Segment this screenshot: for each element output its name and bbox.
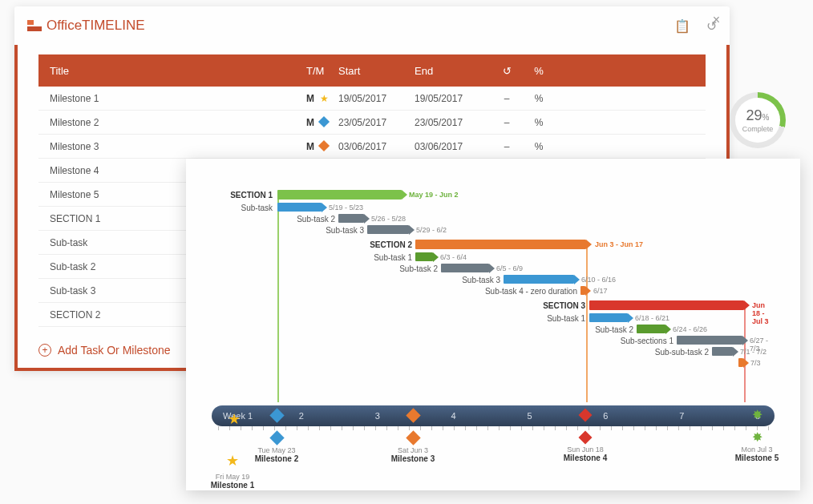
logo-text-b: TIMELINE xyxy=(82,18,144,33)
sec3-t2-bar[interactable] xyxy=(637,325,665,333)
sec1-t1-dates: 5/19 - 5/23 xyxy=(329,204,363,212)
axis-milestone-icon: ★ xyxy=(228,410,241,428)
table-row[interactable]: Milestone 1M ★19/05/201719/05/2017–% xyxy=(38,87,706,111)
section2-vline xyxy=(586,244,588,402)
section3-label: SECTION 3 xyxy=(543,301,585,310)
timeline-minor-ticks xyxy=(212,426,775,433)
plus-icon: + xyxy=(38,344,51,357)
sec2-t1-dates: 6/3 - 6/4 xyxy=(440,253,467,261)
section3-range: Jun 18 - Jul 3 xyxy=(752,301,775,325)
sec2-t3-label: Sub-task 3 xyxy=(462,276,500,284)
sec3-t3-label: Sub-sections 1 xyxy=(621,337,673,345)
close-icon[interactable]: × xyxy=(713,13,720,27)
milestone-marker[interactable]: ✸Mon Jul 3Milestone 5 xyxy=(721,433,793,462)
sec3-t4-dates: 7/1 - 7/2 xyxy=(740,348,766,356)
axis-milestone-icon: ✸ xyxy=(752,410,762,420)
section3-bar[interactable] xyxy=(589,300,744,310)
sec2-t4-bar[interactable] xyxy=(580,286,585,295)
section2-range: Jun 3 - Jun 17 xyxy=(595,240,643,248)
sec2-t2-label: Sub-task 2 xyxy=(399,264,438,273)
sec1-t2-dates: 5/26 - 5/28 xyxy=(371,215,406,223)
sec2-t4-label: Sub-task 4 - zero duration xyxy=(485,287,577,296)
section1-label: SECTION 1 xyxy=(230,191,273,200)
progress-label: Complete xyxy=(742,125,774,133)
sec3-t3-bar[interactable] xyxy=(677,336,742,345)
sec2-t1-label: Sub-task 1 xyxy=(374,253,412,262)
add-task-button[interactable]: + Add Task Or Milestone xyxy=(38,344,171,357)
sec3-t5-dates: 7/3 xyxy=(750,359,761,367)
sec1-t3-bar[interactable] xyxy=(367,225,409,234)
section2-bar[interactable] xyxy=(415,240,586,249)
sec1-t3-label: Sub-task 3 xyxy=(326,226,364,235)
milestone-row: ★Fri May 19Milestone 1Tue May 23Mileston… xyxy=(212,433,775,481)
section1-bar[interactable] xyxy=(277,190,402,200)
sec2-t4-dates: 6/17 xyxy=(593,287,608,295)
sec3-t2-dates: 6/24 - 6/26 xyxy=(673,325,707,333)
timeline-axis: Week 12345678★✸ xyxy=(212,405,775,426)
sec1-t3-dates: 5/29 - 6/2 xyxy=(416,226,447,234)
add-task-label: Add Task Or Milestone xyxy=(58,344,171,357)
col-elapsed: ↺ xyxy=(491,65,523,77)
progress-pct: % xyxy=(762,113,770,122)
sec1-t1-bar[interactable] xyxy=(277,203,322,212)
clipboard-icon[interactable]: 📋 xyxy=(674,18,690,34)
sec2-t3-dates: 6/10 - 6/16 xyxy=(581,276,616,284)
section1-range: May 19 - Jun 2 xyxy=(409,191,459,199)
col-end: End xyxy=(415,65,491,77)
axis-milestone-icon xyxy=(406,408,420,422)
section1-vline xyxy=(277,194,279,402)
sec3-t1-dates: 6/18 - 6/21 xyxy=(635,314,669,322)
milestone-marker[interactable]: Tue May 23Milestone 2 xyxy=(241,433,313,463)
sec3-t4-bar[interactable] xyxy=(712,347,733,356)
sec3-t1-bar[interactable] xyxy=(589,313,628,322)
col-pct: % xyxy=(523,65,555,77)
sec3-t1-label: Sub-task 1 xyxy=(547,314,585,323)
table-row[interactable]: Milestone 2M 23/05/201723/05/2017–% xyxy=(38,111,706,135)
gantt-area: SECTION 1 May 19 - Jun 2 Sub-task 5/19 -… xyxy=(212,179,775,402)
milestone-marker[interactable]: Sun Jun 18Milestone 4 xyxy=(549,433,621,462)
sec2-t3-bar[interactable] xyxy=(504,275,574,284)
gantt-chart-panel: SECTION 1 May 19 - Jun 2 Sub-task 5/19 -… xyxy=(186,159,800,490)
sec2-t1-bar[interactable] xyxy=(415,252,433,261)
sec1-t2-bar[interactable] xyxy=(338,214,364,223)
section2-label: SECTION 2 xyxy=(370,240,412,249)
table-header: Title T/M Start End ↺ % xyxy=(38,54,706,87)
logo-text-a: Office xyxy=(47,18,82,33)
table-row[interactable]: Milestone 3M 03/06/201703/06/2017–% xyxy=(38,135,706,159)
axis-milestone-icon xyxy=(579,409,593,422)
axis-milestone-icon xyxy=(269,408,284,422)
progress-value: 29 xyxy=(746,107,762,123)
col-title: Title xyxy=(50,65,306,77)
app-logo: OfficeTIMELINE xyxy=(27,18,145,34)
sec3-t5-bar[interactable] xyxy=(738,358,743,367)
col-start: Start xyxy=(338,65,415,77)
col-tm: T/M xyxy=(306,65,338,77)
sec1-t2-label: Sub-task 2 xyxy=(297,215,335,224)
sec2-t2-bar[interactable] xyxy=(441,264,489,272)
milestone-marker[interactable]: Sat Jun 3Milestone 3 xyxy=(377,433,449,463)
sec3-t4-label: Sub-sub-task 2 xyxy=(655,348,709,357)
sec2-t2-dates: 6/5 - 6/9 xyxy=(496,264,523,272)
sec3-t2-label: Sub-task 2 xyxy=(595,325,633,334)
window-header: OfficeTIMELINE 📋 ↺ xyxy=(14,6,730,45)
logo-mark-icon xyxy=(27,20,42,31)
sec1-t1-label: Sub-task xyxy=(241,204,273,212)
progress-ring: 29% Complete xyxy=(730,92,786,148)
